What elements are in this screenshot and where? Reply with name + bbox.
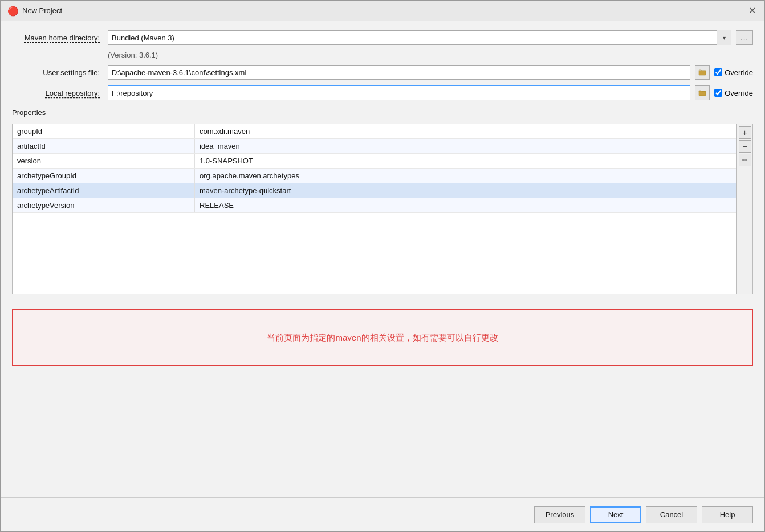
prop-key-archetypeversion: archetypeVersion [13,198,195,212]
maven-home-browse-button[interactable]: ... [736,30,753,45]
notice-box: 当前页面为指定的maven的相关设置，如有需要可以自行更改 [12,309,753,366]
remove-property-button[interactable]: − [739,140,751,153]
maven-version-text: (Version: 3.6.1) [108,51,158,59]
previous-button[interactable]: Previous [534,506,585,523]
maven-home-combo-container: ▾ [108,30,731,45]
prop-value-artifactid: idea_maven [195,139,736,153]
local-repo-row: Local repository: Override [12,85,753,100]
title-bar: 🔴 New Project ✕ [1,1,764,21]
dialog-content: Maven home directory: ▾ ... (Version: 3.… [1,21,764,497]
user-settings-row: User settings file: Override [12,65,753,80]
local-repo-override-text: Override [725,89,753,97]
table-row[interactable]: archetypeVersion RELEASE [13,198,736,213]
user-settings-override-text: Override [725,68,753,77]
dialog-title: New Project [22,6,62,15]
prop-value-groupid: com.xdr.maven [195,124,736,138]
maven-version-row: (Version: 3.6.1) [108,51,753,59]
maven-home-dropdown-icon[interactable]: ▾ [717,30,731,45]
prop-key-archetypeartifactid: archetypeArtifactId [13,183,195,198]
local-repo-browse-button[interactable] [695,85,710,100]
properties-section-label: Properties [12,108,753,117]
close-button[interactable]: ✕ [746,5,758,17]
properties-sidebar: + − ✏ [736,124,752,294]
prop-key-groupid: groupId [13,124,195,138]
notice-text: 当前页面为指定的maven的相关设置，如有需要可以自行更改 [267,333,498,343]
svg-rect-0 [699,71,706,75]
table-row[interactable]: groupId com.xdr.maven [13,124,736,139]
table-row[interactable]: archetypeGroupId org.apache.maven.archet… [13,169,736,183]
user-settings-override-checkbox[interactable] [714,68,722,76]
table-row[interactable]: artifactId idea_maven [13,139,736,154]
prop-key-archetypegroupid: archetypeGroupId [13,169,195,183]
svg-rect-1 [699,91,706,96]
local-repo-override-label: Override [714,89,753,97]
dialog-footer: Previous Next Cancel Help [1,497,764,531]
cancel-button[interactable]: Cancel [646,506,697,523]
properties-table: groupId com.xdr.maven artifactId idea_ma… [13,124,736,294]
new-project-dialog: 🔴 New Project ✕ Maven home directory: ▾ … [0,0,765,532]
prop-key-version: version [13,154,195,168]
prop-key-artifactid: artifactId [13,139,195,153]
table-row[interactable]: archetypeArtifactId maven-archetype-quic… [13,183,736,198]
prop-value-archetypeversion: RELEASE [195,198,736,212]
edit-property-button[interactable]: ✏ [739,154,751,166]
user-settings-browse-button[interactable] [695,65,710,80]
properties-container: groupId com.xdr.maven artifactId idea_ma… [12,124,753,294]
help-button[interactable]: Help [702,506,753,523]
app-icon: 🔴 [7,6,18,16]
local-repo-override-checkbox[interactable] [714,89,722,97]
folder-icon-2 [698,89,706,97]
next-button[interactable]: Next [590,506,641,523]
prop-value-version: 1.0-SNAPSHOT [195,154,736,168]
prop-value-archetypeartifactid: maven-archetype-quickstart [195,183,736,198]
maven-home-input[interactable] [108,30,731,45]
folder-icon [698,68,706,76]
user-settings-label: User settings file: [12,68,103,77]
prop-value-archetypegroupid: org.apache.maven.archetypes [195,169,736,183]
maven-home-row: Maven home directory: ▾ ... [12,30,753,45]
local-repo-label: Local repository: [12,89,103,97]
maven-home-label: Maven home directory: [12,34,103,42]
local-repo-input[interactable] [108,85,690,100]
user-settings-override-label: Override [714,68,753,77]
user-settings-input[interactable] [108,65,690,80]
add-property-button[interactable]: + [739,126,751,139]
table-row[interactable]: version 1.0-SNAPSHOT [13,154,736,169]
title-bar-left: 🔴 New Project [7,6,62,16]
